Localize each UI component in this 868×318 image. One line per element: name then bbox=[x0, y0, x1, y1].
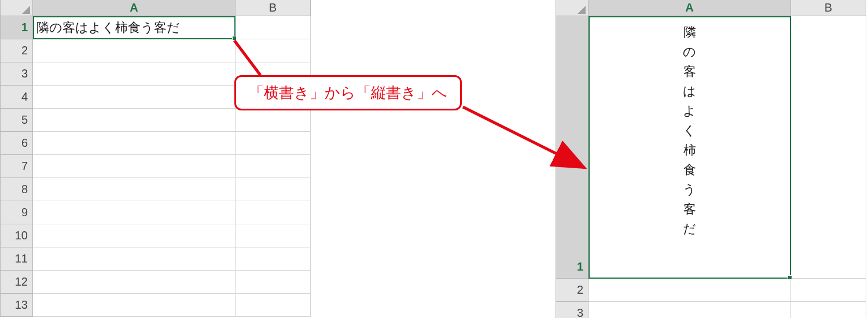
row-header-7[interactable]: 7 bbox=[1, 155, 33, 178]
cell-A1[interactable]: 隣の客はよく柿食う客だ bbox=[33, 16, 236, 39]
row-header-2[interactable]: 2 bbox=[1, 39, 33, 62]
row-9: 9 bbox=[1, 201, 312, 224]
select-all-corner[interactable] bbox=[556, 0, 589, 16]
cell-A13[interactable] bbox=[33, 294, 236, 317]
cell-B6[interactable] bbox=[236, 132, 311, 155]
cell-A12[interactable] bbox=[33, 271, 236, 294]
vertical-text: 隣の客はよく柿食う客だ bbox=[683, 22, 696, 238]
row-header-11[interactable]: 11 bbox=[1, 247, 33, 271]
row-2: 2 bbox=[1, 39, 312, 62]
row-header-13[interactable]: 13 bbox=[1, 294, 33, 317]
cell-B1[interactable] bbox=[791, 16, 866, 279]
row-8: 8 bbox=[1, 178, 312, 201]
cell-A8[interactable] bbox=[33, 178, 236, 201]
right-spreadsheet: A B 1 隣の客はよく柿食う客だ 2 3 bbox=[556, 0, 868, 318]
cell-B2[interactable] bbox=[791, 279, 866, 302]
row-10: 10 bbox=[1, 224, 312, 247]
row-header-9[interactable]: 9 bbox=[1, 201, 33, 224]
row-5: 5 bbox=[1, 109, 312, 132]
row-7: 7 bbox=[1, 155, 312, 178]
row-header-2[interactable]: 2 bbox=[556, 279, 589, 302]
row-header-10[interactable]: 10 bbox=[1, 224, 33, 247]
cell-B9[interactable] bbox=[236, 201, 311, 224]
cell-A2[interactable] bbox=[33, 39, 236, 62]
column-header-B[interactable]: B bbox=[236, 0, 311, 16]
row-header-12[interactable]: 12 bbox=[1, 271, 33, 294]
column-header-A[interactable]: A bbox=[589, 0, 791, 16]
row-header-8[interactable]: 8 bbox=[1, 178, 33, 201]
cell-A6[interactable] bbox=[33, 132, 236, 155]
row-header-4[interactable]: 4 bbox=[1, 86, 33, 109]
row-header-3[interactable]: 3 bbox=[556, 302, 589, 318]
cell-B1[interactable] bbox=[236, 16, 311, 39]
cell-A2[interactable] bbox=[589, 279, 791, 302]
row-12: 12 bbox=[1, 271, 312, 294]
cell-B13[interactable] bbox=[236, 294, 311, 317]
cell-A4[interactable] bbox=[33, 86, 236, 109]
column-header-B[interactable]: B bbox=[791, 0, 866, 16]
cell-A7[interactable] bbox=[33, 155, 236, 178]
column-header-row: A B bbox=[1, 0, 312, 16]
cell-B2[interactable] bbox=[236, 39, 311, 62]
row-header-1[interactable]: 1 bbox=[1, 16, 33, 39]
left-spreadsheet: A B 1 隣の客はよく柿食う客だ 2 3 4 5 6 7 8 bbox=[0, 0, 312, 317]
cell-A3[interactable] bbox=[33, 62, 236, 86]
annotation-callout: 「横書き」から「縦書き」へ bbox=[234, 75, 462, 110]
row-11: 11 bbox=[1, 247, 312, 271]
cell-B3[interactable] bbox=[791, 302, 866, 318]
row-1: 1 隣の客はよく柿食う客だ bbox=[1, 16, 312, 39]
row-1: 1 隣の客はよく柿食う客だ bbox=[556, 16, 868, 279]
column-header-A[interactable]: A bbox=[33, 0, 236, 16]
row-header-1[interactable]: 1 bbox=[556, 16, 589, 279]
cell-B12[interactable] bbox=[236, 271, 311, 294]
cell-B7[interactable] bbox=[236, 155, 311, 178]
cell-B8[interactable] bbox=[236, 178, 311, 201]
cell-B11[interactable] bbox=[236, 247, 311, 271]
cell-A9[interactable] bbox=[33, 201, 236, 224]
cell-A3[interactable] bbox=[589, 302, 791, 318]
cell-A1[interactable]: 隣の客はよく柿食う客だ bbox=[589, 16, 791, 279]
row-6: 6 bbox=[1, 132, 312, 155]
cell-A10[interactable] bbox=[33, 224, 236, 247]
row-header-6[interactable]: 6 bbox=[1, 132, 33, 155]
select-all-corner[interactable] bbox=[1, 0, 33, 16]
cell-B5[interactable] bbox=[236, 109, 311, 132]
cell-A5[interactable] bbox=[33, 109, 236, 132]
cell-B10[interactable] bbox=[236, 224, 311, 247]
row-3: 3 bbox=[556, 302, 868, 318]
cell-A11[interactable] bbox=[33, 247, 236, 271]
row-header-5[interactable]: 5 bbox=[1, 109, 33, 132]
row-header-3[interactable]: 3 bbox=[1, 62, 33, 86]
row-2: 2 bbox=[556, 279, 868, 302]
column-header-row: A B bbox=[556, 0, 868, 16]
row-13: 13 bbox=[1, 294, 312, 317]
